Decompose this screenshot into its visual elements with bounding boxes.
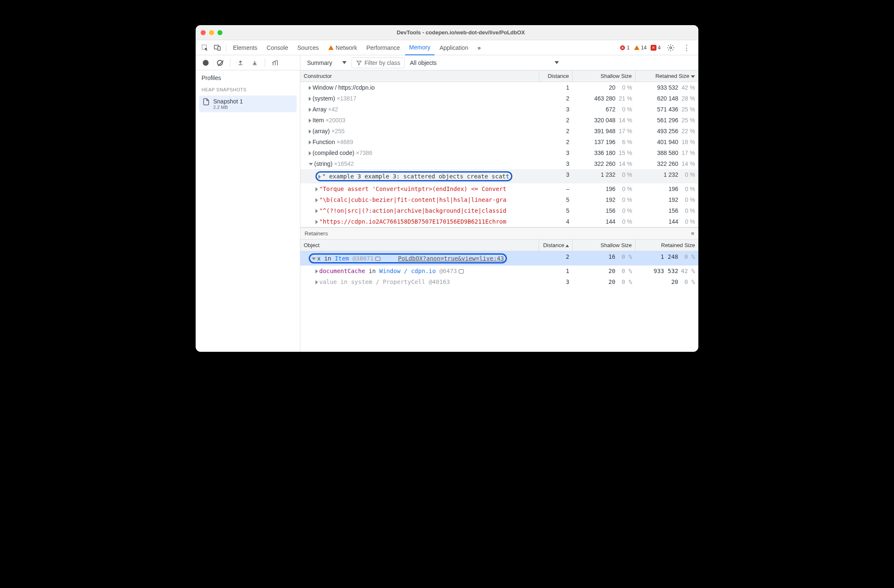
col-object[interactable]: Object (300, 240, 539, 251)
col-distance[interactable]: Distance (539, 70, 573, 82)
table-row[interactable]: "Torque assert 'Convert<uintptr>(endInde… (300, 183, 698, 194)
col-constructor[interactable]: Constructor (300, 70, 539, 82)
object-icon (375, 257, 380, 261)
chevron-down-icon (555, 61, 559, 64)
issues-icon: ✕ (651, 45, 656, 51)
filter-icon (356, 60, 362, 66)
constructors-header: Constructor Distance Shallow Size Retain… (300, 70, 698, 82)
record-icon[interactable] (200, 57, 212, 69)
col-distance[interactable]: Distance (539, 240, 573, 251)
table-row[interactable]: "\b(calc|cubic-bezier|fit-content|hsl|hs… (300, 194, 698, 205)
gc-icon[interactable] (269, 57, 281, 69)
retainer-row[interactable]: documentCache in Window / cdpn.io @64731… (300, 266, 698, 276)
object-icon (459, 269, 464, 273)
profiles-heading: Profiles (196, 70, 300, 85)
kebab-icon[interactable]: ⋮ (681, 42, 692, 54)
issues-count[interactable]: ✕ 4 (651, 45, 661, 51)
more-tabs-icon[interactable]: » (473, 42, 485, 54)
titlebar: DevTools - codepen.io/web-dot-dev/live/P… (196, 25, 698, 40)
window-title: DevTools - codepen.io/web-dot-dev/live/P… (228, 29, 693, 36)
tab-application[interactable]: Application (435, 40, 473, 55)
inspect-icon[interactable] (199, 42, 211, 54)
close-icon[interactable] (201, 30, 206, 35)
retainer-row[interactable]: value in system / PropertyCell @40163320… (300, 276, 698, 287)
retainers-menu-icon[interactable]: ≡ (691, 230, 694, 237)
snapshot-icon (202, 98, 210, 106)
chevron-down-icon (342, 61, 346, 64)
snapshot-item[interactable]: Snapshot 1 2.2 MB (199, 95, 297, 112)
retainer-row[interactable]: x in Item @38071 PoLdbOX?anon=true&view=… (300, 251, 698, 266)
window-controls (201, 30, 222, 35)
class-filter-input[interactable]: Filter by class (351, 57, 405, 68)
tab-console[interactable]: Console (262, 40, 292, 55)
col-shallow[interactable]: Shallow Size (573, 240, 636, 251)
perspective-select[interactable]: Summary (305, 59, 349, 66)
retainers-title: Retainers ≡ (300, 227, 698, 240)
tab-network[interactable]: Network (324, 40, 361, 55)
table-row[interactable]: Window / https://cdpn.io1200 %933 53242 … (300, 82, 698, 93)
col-retained[interactable]: Retained Size (636, 70, 698, 82)
profiles-sidebar: Profiles HEAP SNAPSHOTS Snapshot 1 2.2 M… (196, 55, 300, 352)
source-link[interactable]: PoLdbOX?anon=true&view=live:43 (398, 255, 504, 262)
clear-icon[interactable] (214, 57, 226, 69)
tab-sources[interactable]: Sources (293, 40, 323, 55)
heap-section-heading: HEAP SNAPSHOTS (196, 85, 300, 94)
table-row[interactable]: "https://cdpn.io2AC766158D5B7507E170156E… (300, 216, 698, 227)
separator (226, 44, 226, 52)
sort-desc-icon (691, 75, 695, 78)
table-row[interactable]: (compiled code) ×73863336 18015 %388 580… (300, 147, 698, 158)
snapshot-size: 2.2 MB (213, 105, 243, 110)
all-objects-dropdown-trigger[interactable] (442, 61, 559, 64)
svg-point-4 (670, 46, 672, 49)
status-counts: 1 14 ✕ 4 ⋮ (620, 42, 695, 54)
minimize-icon[interactable] (209, 30, 214, 35)
error-count[interactable]: 1 (620, 45, 630, 51)
warning-count[interactable]: 14 (634, 45, 646, 51)
snapshot-name: Snapshot 1 (213, 98, 243, 105)
tab-elements[interactable]: Elements (229, 40, 261, 55)
svg-rect-2 (218, 46, 220, 50)
table-row[interactable]: " example 3 example 3: scattered objects… (300, 169, 698, 183)
col-shallow[interactable]: Shallow Size (573, 70, 636, 82)
devtools-window: DevTools - codepen.io/web-dot-dev/live/P… (196, 25, 698, 352)
table-row[interactable]: Function ×46892137 1966 %401 94018 % (300, 137, 698, 147)
retainers-header: Object Distance Shallow Size Retained Si… (300, 240, 698, 251)
load-icon[interactable] (235, 57, 246, 69)
profiles-toolbar (196, 55, 300, 70)
sort-asc-icon (566, 245, 569, 247)
device-icon[interactable] (212, 42, 223, 54)
zoom-icon[interactable] (217, 30, 222, 35)
table-row[interactable]: "^(?!on|src|(?:action|archive|background… (300, 205, 698, 216)
filter-placeholder: Filter by class (364, 59, 400, 66)
retainers-body: x in Item @38071 PoLdbOX?anon=true&view=… (300, 251, 698, 287)
table-row[interactable]: (string) ×165423322 26014 %322 26014 % (300, 158, 698, 169)
settings-icon[interactable] (665, 42, 677, 54)
memory-toolbar: Summary Filter by class All objects (300, 55, 698, 70)
table-row[interactable]: Item ×200032320 04814 %561 29625 % (300, 115, 698, 126)
tab-performance[interactable]: Performance (362, 40, 404, 55)
tab-memory[interactable]: Memory (405, 40, 435, 55)
all-objects-select[interactable]: All objects (407, 59, 439, 66)
table-row[interactable]: (array) ×2552391 94817 %493 25622 % (300, 126, 698, 137)
table-row[interactable]: (system) ×138172463 28021 %620 14828 % (300, 93, 698, 104)
memory-panel: Summary Filter by class All objects Cons… (300, 55, 698, 352)
main-tabbar: Elements Console Sources Network Perform… (196, 40, 698, 55)
constructors-body: Window / https://cdpn.io1200 %933 53242 … (300, 82, 698, 227)
warning-icon (328, 45, 334, 51)
table-row[interactable]: Array ×4236720 %571 43625 % (300, 104, 698, 115)
col-retained[interactable]: Retained Size (636, 240, 698, 251)
save-icon[interactable] (249, 57, 261, 69)
